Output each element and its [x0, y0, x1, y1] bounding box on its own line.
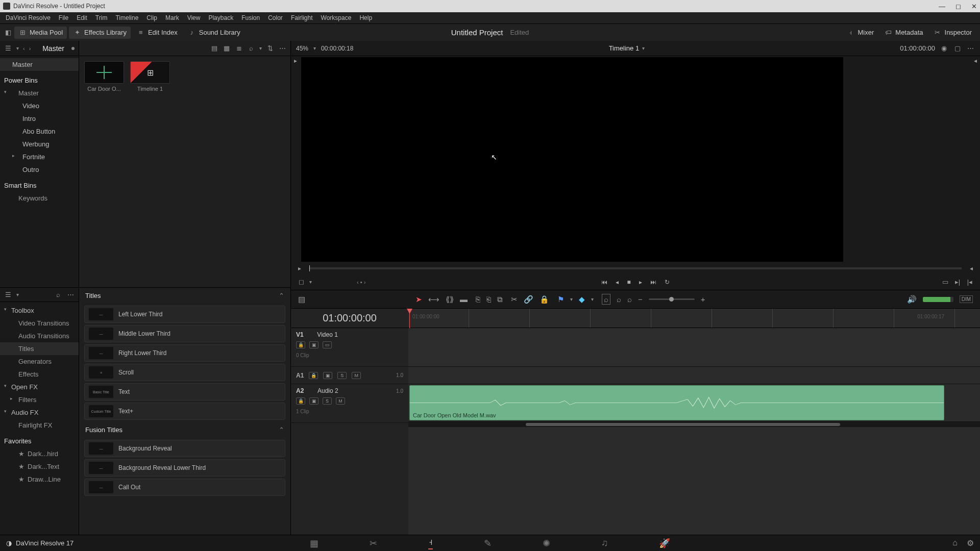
powerbin-fortnite[interactable]: ▸Fortnite — [0, 151, 79, 163]
powerbin-video[interactable]: Video — [0, 99, 79, 112]
fairlight-page-tab[interactable]: ♫ — [601, 538, 608, 548]
play-button[interactable]: ▸ — [639, 279, 642, 286]
overwrite-icon[interactable]: ▭ — [941, 278, 949, 286]
fav-item[interactable]: ★Draw...Line — [0, 473, 79, 486]
powerbin-werbung[interactable]: Werbung — [0, 138, 79, 151]
timeline-scrollbar[interactable] — [408, 422, 980, 427]
powerbin-outro[interactable]: Outro — [0, 163, 79, 176]
titles-category-header[interactable]: Titles — [85, 292, 101, 299]
home-button[interactable]: ⌂ — [952, 538, 958, 548]
link-icon[interactable]: 🔗 — [524, 295, 533, 304]
menu-help[interactable]: Help — [356, 13, 376, 22]
power-bins-header[interactable]: Power Bins — [0, 74, 79, 87]
bypass-icon[interactable]: ◉ — [940, 44, 948, 53]
fusion-title-preset[interactable]: —Background Reveal — [84, 440, 285, 457]
replace-clip-icon[interactable]: ⧉ — [497, 295, 503, 304]
lock-track-icon[interactable]: 🔒 — [296, 397, 305, 405]
sort-icon[interactable]: ⇅ — [266, 44, 274, 53]
chevron-down-icon[interactable]: ▾ — [309, 279, 312, 285]
project-settings-button[interactable]: ⚙ — [967, 538, 974, 548]
menu-file[interactable]: File — [55, 13, 72, 22]
fx-effects[interactable]: Effects — [0, 368, 79, 381]
bin-list-icon[interactable]: ☰ — [4, 291, 12, 299]
menu-edit[interactable]: Edit — [73, 13, 91, 22]
program-viewer[interactable]: ↖ — [301, 57, 843, 262]
detail-zoom-icon[interactable]: ⌕ — [617, 295, 621, 304]
go-start-button[interactable]: ⏮ — [601, 279, 607, 286]
timeline-view-icon[interactable]: ▤ — [298, 295, 305, 304]
edit-page-tab[interactable]: ⫞ — [428, 537, 433, 549]
clip-thumb[interactable]: Car Door O... — [84, 61, 124, 92]
track-header-a2[interactable]: A2 Audio 21.0 🔒 ▣ S M 1 Clip — [291, 384, 408, 423]
layout-icon[interactable]: ◧ — [4, 29, 12, 37]
lock-track-icon[interactable]: 🔒 — [309, 372, 318, 379]
collapse-icon[interactable]: ⌃ — [279, 426, 284, 434]
fx-audio-transitions[interactable]: Audio Transitions — [0, 330, 79, 342]
menu-playback[interactable]: Playback — [205, 13, 237, 22]
insert-mode-icon[interactable]: ◻ — [297, 278, 305, 286]
search-icon[interactable]: ⌕ — [54, 291, 62, 299]
fx-titles[interactable]: Titles — [0, 342, 79, 355]
next-edit-icon[interactable]: ▸| — [953, 278, 962, 286]
bin-master[interactable]: Master — [0, 58, 79, 71]
fav-item[interactable]: ★Dark...hird — [0, 447, 79, 460]
menu-davinci-resolve[interactable]: DaVinci Resolve — [2, 13, 54, 22]
fav-item[interactable]: ★Dark...Text — [0, 460, 79, 473]
audio-lane-2[interactable]: Car Door Open Old Model M.wav — [408, 384, 980, 422]
menu-view[interactable]: View — [184, 13, 204, 22]
chevron-down-icon[interactable]: ▾ — [16, 292, 19, 297]
smartbin-keywords[interactable]: Keywords — [0, 192, 79, 205]
view-metadata-icon[interactable]: ▤ — [210, 44, 218, 53]
video-lane-1[interactable] — [408, 328, 980, 367]
zoom-in-icon[interactable]: + — [701, 295, 705, 304]
search-icon[interactable]: ⌕ — [247, 44, 255, 53]
nav-back[interactable]: ‹ — [23, 45, 25, 52]
trim-tool-icon[interactable]: ⟷ — [428, 295, 439, 304]
last-frame-icon[interactable]: ◂ — [967, 264, 976, 273]
powerbin-abo-button[interactable]: Abo Button — [0, 125, 79, 138]
fusion-titles-header[interactable]: Fusion Titles — [85, 426, 122, 434]
prev-button[interactable]: ◂ — [616, 279, 619, 286]
chevron-down-icon[interactable]: ▾ — [259, 45, 262, 51]
blade-tool-icon[interactable]: ▬ — [460, 295, 468, 304]
menu-mark[interactable]: Mark — [162, 13, 183, 22]
lock-icon[interactable]: 🔒 — [540, 295, 549, 304]
title-preset[interactable]: —Left Lower Third — [84, 306, 285, 323]
minimize-button[interactable]: — — [939, 3, 945, 10]
view-thumb-icon[interactable]: ▦ — [223, 44, 231, 53]
menu-workspace[interactable]: Workspace — [317, 13, 355, 22]
disable-video-icon[interactable]: ▭ — [323, 341, 332, 348]
zoom-slider[interactable] — [649, 298, 695, 300]
match-frame-end-icon[interactable]: ◂ — [971, 56, 980, 65]
dim-button[interactable]: DIM — [960, 295, 973, 303]
color-page-tab[interactable]: ✺ — [543, 538, 550, 549]
view-list-icon[interactable]: ≣ — [235, 44, 243, 53]
chevron-down-icon[interactable]: ▾ — [642, 45, 645, 51]
solo-button[interactable]: S — [337, 372, 347, 379]
fusion-title-preset[interactable]: —Call Out — [84, 479, 285, 496]
volume-icon[interactable]: 🔊 — [907, 295, 917, 304]
fusion-page-tab[interactable]: ✎ — [484, 538, 492, 549]
chevron-down-icon[interactable]: ▾ — [16, 45, 19, 51]
deliver-page-tab[interactable]: 🚀 — [659, 538, 670, 549]
insert-clip-icon[interactable]: ⎘ — [476, 295, 480, 304]
fx-fairlight-fx[interactable]: Fairlight FX — [0, 419, 79, 432]
auto-select-icon[interactable]: ▣ — [323, 372, 332, 379]
marker-icon[interactable]: ◆ — [579, 295, 585, 304]
prev-edit-icon[interactable]: |◂ — [966, 278, 974, 286]
single-viewer-icon[interactable]: ▢ — [953, 44, 962, 53]
clip-thumb[interactable]: ⊞Timeline 1 — [130, 61, 170, 92]
fx-video-transitions[interactable]: Video Transitions — [0, 317, 79, 330]
menu-clip[interactable]: Clip — [143, 13, 161, 22]
effects-library-button[interactable]: ✦Effects Library — [69, 27, 131, 39]
solo-button[interactable]: S — [323, 397, 332, 405]
close-button[interactable]: ✕ — [971, 3, 977, 10]
loop-button[interactable]: ↻ — [665, 279, 670, 286]
volume-slider[interactable] — [923, 297, 953, 302]
mixer-button[interactable]: ⫞Mixer — [843, 27, 878, 39]
fx-generators[interactable]: Generators — [0, 355, 79, 368]
edit-index-button[interactable]: ≡Edit Index — [133, 27, 182, 39]
menu-color[interactable]: Color — [264, 13, 286, 22]
favorites-header[interactable]: Favorites — [0, 435, 79, 447]
more-icon[interactable]: ⋯ — [66, 291, 75, 299]
